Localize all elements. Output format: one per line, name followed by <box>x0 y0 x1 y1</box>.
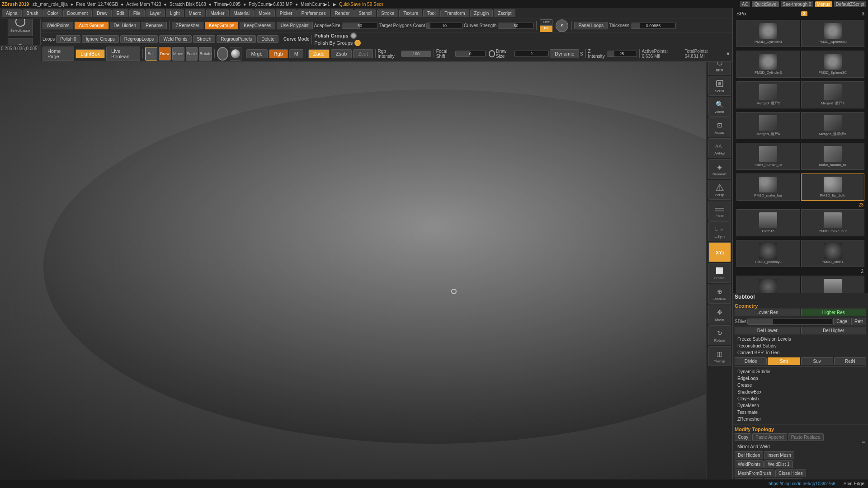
menus-btn[interactable]: Menus <box>815 1 832 7</box>
quicksave-btn[interactable]: QuickSave <box>752 1 779 7</box>
regroup-panels-btn[interactable]: RegroupPanels <box>217 35 256 43</box>
rotate-nav-btn[interactable]: ↻ Rotate <box>708 325 731 345</box>
zadd-btn[interactable]: Zadd <box>308 49 330 58</box>
modify-title[interactable]: Modify Topology <box>735 427 774 432</box>
transp-btn[interactable]: ◫ Transp <box>708 346 731 366</box>
divide-btn[interactable]: Divide <box>735 357 767 365</box>
shadowbox-btn[interactable]: ShadowBox <box>735 389 866 395</box>
del-hidden-btn2[interactable]: Del Hidden <box>735 451 763 459</box>
geometry-title[interactable]: Geometry <box>735 303 758 309</box>
suv-btn[interactable]: Suv <box>801 357 833 365</box>
menu-draw[interactable]: Draw <box>93 9 111 17</box>
weld-points-btn2[interactable]: Weld Points <box>159 35 191 43</box>
stretch-btn[interactable]: Stretch <box>193 35 216 43</box>
crease-btn[interactable]: Crease <box>735 382 866 389</box>
menu-texture[interactable]: Texture <box>399 9 422 17</box>
menu-light[interactable]: Light <box>166 9 184 17</box>
menu-stroke[interactable]: Stroke <box>377 9 398 17</box>
thumb-pm3d-cyl3-a[interactable]: PM3D_Cylinder3 <box>736 20 800 47</box>
weld-points-btn3[interactable]: WeldPoints <box>735 460 764 468</box>
menu-brush[interactable]: Brush <box>23 9 42 17</box>
xyz-btn[interactable]: XYZ <box>708 242 731 262</box>
menu-alpha[interactable]: Alpha <box>2 9 22 17</box>
panel-loops-btn[interactable]: Panel Loops <box>574 22 608 29</box>
insert-mesh-btn[interactable]: Insert Mesh <box>764 451 794 459</box>
dynamic-btn[interactable]: ◈ Dynamic <box>708 159 731 179</box>
rgb-btn[interactable]: Rgb <box>269 49 288 58</box>
tab-liveboolean[interactable]: Live Boolean <box>106 47 140 61</box>
mesh-from-brush-btn[interactable]: MeshFromBrush <box>735 469 774 477</box>
convert-bpr-btn[interactable]: Convert BPR To Geo <box>735 349 866 356</box>
menu-tool[interactable]: Tool <box>423 9 439 17</box>
website-url[interactable]: https://blog.csdn.net/qq10392759 <box>769 481 835 486</box>
keepgroups-btn[interactable]: KeepGroups <box>205 22 238 29</box>
lsym-btn[interactable]: L∞ L.Sym <box>708 221 731 241</box>
cage-btn[interactable]: Cage <box>833 318 850 325</box>
thumb-merged4[interactable]: Merged_屑尸4 <box>736 112 800 139</box>
menu-stencil[interactable]: Stencil <box>354 9 376 17</box>
thumb-cloth16[interactable]: Cloth16 <box>736 209 800 236</box>
polish-by-groups-toggle[interactable] <box>354 40 361 46</box>
menu-render[interactable]: Render <box>331 9 354 17</box>
claypolish-btn[interactable]: ClayPolish <box>735 395 866 402</box>
soli-btn[interactable]: S <box>556 19 568 32</box>
higher-res-btn[interactable]: Higher Res <box>801 309 867 316</box>
tab-homepage[interactable]: Home Page <box>42 47 74 61</box>
weldpoints-btn[interactable]: WeldPoints <box>42 22 73 29</box>
zremesher-btn[interactable]: ZRemesher <box>172 22 203 29</box>
expand-arrow[interactable]: ▼ <box>726 51 731 56</box>
edgeloop-btn[interactable]: EdgeLoop <box>735 375 866 382</box>
mrgb-btn[interactable]: Mrgb <box>246 49 268 58</box>
thumb-skin-brush[interactable]: Skin_-BrushAlph <box>801 276 865 293</box>
rgb-intensity-slider[interactable]: 100 <box>401 51 431 57</box>
mirror-weld-btn[interactable]: Mirror And Weld <box>735 443 866 450</box>
paste-append-btn[interactable]: Paste Append <box>752 433 787 441</box>
lower-res-btn[interactable]: Lower Res <box>735 309 800 316</box>
menu-zplugin[interactable]: Zplugin <box>470 9 493 17</box>
delhidden-btn[interactable]: Del Hidden <box>110 22 140 29</box>
freeze-subdiv-btn[interactable]: Freeze SubDivision Levels <box>735 336 866 343</box>
thumb-xiezi2[interactable]: Xiezi2 <box>736 276 800 293</box>
thumb-merged2[interactable]: Merged_屑尸2 <box>736 81 800 108</box>
dynamesh-btn[interactable]: DynaMesh <box>735 402 866 409</box>
paste-replace-btn[interactable]: Paste Replace <box>788 433 824 441</box>
m-btn[interactable]: M <box>289 49 303 58</box>
menu-movie[interactable]: Movie <box>255 9 275 17</box>
retn-btn[interactable]: RetN <box>834 357 866 365</box>
scroll-btn[interactable]: Scroll <box>708 76 731 96</box>
persp-btn[interactable]: Persp <box>708 180 731 200</box>
edit-btn[interactable]: Edit <box>145 47 157 61</box>
copy-btn[interactable]: Copy <box>735 433 751 441</box>
menu-edit[interactable]: Edit <box>113 9 128 17</box>
smt-btn[interactable]: Smt <box>768 357 800 365</box>
menu-macro[interactable]: Macro <box>185 9 206 17</box>
frame-btn[interactable]: ⬜ Frame <box>708 263 731 283</box>
thumb-pm3d-sph3c[interactable]: PM3D_Sphere3C <box>801 20 865 47</box>
rotate-btn[interactable]: Rotate <box>199 47 212 61</box>
thumb-makehuman-b[interactable]: make_human_ro <box>801 143 865 170</box>
see-through[interactable]: See-through 0 <box>781 1 813 7</box>
thumb-pm3d-makehur[interactable]: PM3D_make_hur <box>736 174 800 201</box>
curves-strength-slider[interactable]: 50 <box>498 23 534 29</box>
adaptive-size-slider[interactable]: 50 <box>342 23 378 29</box>
thumb-pm3d-cyl3-b[interactable]: PM3D_Cylinder3 <box>736 51 800 78</box>
zoom-btn[interactable]: 🔍 Zoom <box>708 97 731 117</box>
keepcreases-btn[interactable]: KeepCreases <box>240 22 275 29</box>
menu-picker[interactable]: Picker <box>276 9 297 17</box>
move-nav-btn[interactable]: ✥ Move <box>708 305 731 324</box>
reconstruct-btn[interactable]: Reconstruct Subdiv <box>735 343 866 349</box>
thumb-makehuman-a[interactable]: make_human_ro <box>736 143 800 170</box>
tab-lightbox[interactable]: LightBox <box>75 49 105 58</box>
target-polygons-slider[interactable]: 10 <box>426 23 462 29</box>
delete-btn2[interactable]: Delete <box>257 35 278 43</box>
rename-btn[interactable]: Rename <box>142 22 167 29</box>
move-btn[interactable]: Move <box>172 47 184 61</box>
menu-preferences[interactable]: Preferences <box>297 9 330 17</box>
line-fill-btn[interactable]: Line Fill <box>540 19 552 32</box>
spin-edge-label[interactable]: Spin Edge <box>844 481 864 486</box>
regroup-loops-btn[interactable]: RegroupLoops <box>120 35 158 43</box>
zsub-btn[interactable]: Zsub <box>331 49 352 58</box>
sdiv-slider[interactable] <box>747 319 832 325</box>
polish-btn[interactable]: Polish 0 <box>56 35 80 43</box>
del-higher-btn[interactable]: Del Higher <box>801 327 867 334</box>
